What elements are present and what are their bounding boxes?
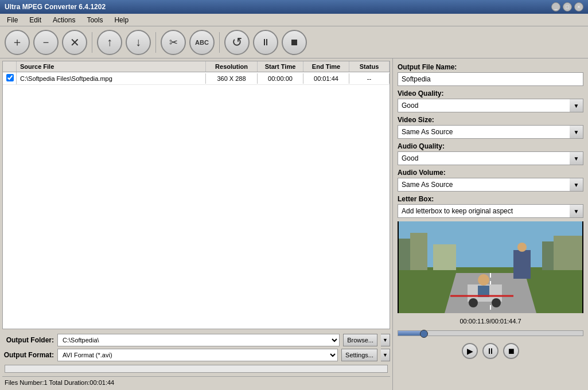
svg-point-15: [478, 274, 489, 286]
output-filename-label: Output File Name:: [398, 63, 583, 71]
row-source: C:\Softpedia Files\Softpedia.mpg: [17, 73, 206, 84]
play-button[interactable]: ▶: [462, 343, 478, 359]
move-up-button[interactable]: ↑: [97, 30, 122, 55]
row-checkbox[interactable]: [3, 72, 17, 84]
remove-button[interactable]: －: [33, 30, 59, 55]
output-format-select[interactable]: AVI Format (*.avi)MP4 Format (*.mp4)WMV …: [57, 349, 338, 361]
menu-tools[interactable]: Tools: [82, 15, 107, 25]
toolbar-divider-3: [219, 32, 220, 53]
row-end-time: 00:01:44: [303, 73, 349, 84]
video-size-wrap: Same As Source320x240640x480720x5761280x…: [398, 125, 583, 139]
maximize-button[interactable]: □: [563, 2, 572, 11]
toolbar: ＋ － ✕ ↑ ↓ ✂ ABC ↺ ⏸ ⏹: [0, 26, 588, 58]
letter-box-select[interactable]: Add letterbox to keep original aspectNon…: [398, 204, 583, 218]
file-list-header: Source File Resolution Start Time End Ti…: [3, 61, 390, 72]
video-quality-select[interactable]: GoodBetterBestNormal: [398, 99, 583, 112]
menu-edit[interactable]: Edit: [25, 15, 46, 25]
row-resolution: 360 X 288: [206, 73, 258, 84]
status-files: Files Number:1 Total Duration:00:01:44: [5, 379, 273, 386]
left-panel: Source File Resolution Start Time End Ti…: [0, 58, 393, 390]
table-row[interactable]: C:\Softpedia Files\Softpedia.mpg 360 X 2…: [3, 72, 390, 85]
progress-bar: [5, 365, 388, 373]
svg-rect-6: [410, 233, 427, 270]
video-quality-section: Video Quality: GoodBetterBestNormal ▼: [398, 89, 583, 112]
rename-button[interactable]: ABC: [189, 30, 215, 55]
svg-rect-10: [513, 250, 531, 279]
settings-button[interactable]: Settings...: [341, 349, 377, 361]
stop-button[interactable]: ⏹: [282, 30, 307, 55]
output-folder-row: Output Folder: C:\Softpedia\ Browse... ▼: [2, 334, 390, 346]
toolbar-divider-1: [92, 32, 92, 53]
preview-image: [398, 221, 583, 313]
header-source: Source File: [17, 61, 206, 72]
audio-quality-wrap: GoodBetterBestNormal ▼: [398, 151, 583, 165]
output-filename-section: Output File Name:: [398, 63, 583, 86]
title-bar: Ultra MPEG Converter 6.4.1202 _ □ ×: [0, 0, 588, 14]
file-list-area[interactable]: Source File Resolution Start Time End Ti…: [2, 61, 390, 329]
video-quality-label: Video Quality:: [398, 89, 583, 98]
audio-quality-section: Audio Quality: GoodBetterBestNormal ▼: [398, 142, 583, 165]
playback-controls: ▶ ⏸ ⏹: [398, 343, 583, 359]
video-size-section: Video Size: Same As Source320x240640x480…: [398, 116, 583, 139]
row-status: --: [349, 73, 390, 84]
preview-time: 00:00:11.9/00:01:44.7: [398, 318, 583, 325]
header-check: [3, 61, 17, 72]
header-start-time: Start Time: [258, 61, 303, 72]
pause-button[interactable]: ⏸: [253, 30, 278, 55]
window-controls: _ □ ×: [551, 2, 583, 11]
output-filename-input[interactable]: [398, 72, 583, 86]
output-folder-label: Output Folder:: [2, 336, 54, 344]
audio-volume-section: Audio Volume: Same As Source25%50%75%100…: [398, 169, 583, 192]
menu-bar: File Edit Actions Tools Help: [0, 14, 588, 26]
svg-point-11: [517, 243, 527, 252]
output-folder-select[interactable]: C:\Softpedia\: [57, 334, 340, 346]
right-panel: Output File Name: Video Quality: GoodBet…: [393, 58, 588, 390]
svg-rect-9: [554, 236, 582, 270]
toolbar-divider-2: [155, 32, 156, 53]
audio-volume-label: Audio Volume:: [398, 169, 583, 177]
add-button[interactable]: ＋: [5, 30, 30, 55]
move-down-button[interactable]: ↓: [126, 30, 151, 55]
convert-button[interactable]: ↺: [224, 30, 250, 55]
row-start-time: 00:00:00: [258, 73, 303, 84]
minimize-button[interactable]: _: [551, 2, 560, 11]
output-format-row: Output Format: AVI Format (*.avi)MP4 For…: [2, 349, 390, 361]
app-title: Ultra MPEG Converter 6.4.1202: [5, 3, 106, 11]
bottom-controls: Output Folder: C:\Softpedia\ Browse... ▼…: [0, 332, 392, 390]
cut-button[interactable]: ✂: [161, 30, 186, 55]
video-size-select[interactable]: Same As Source320x240640x480720x5761280x…: [398, 125, 583, 139]
browse-button[interactable]: Browse...: [343, 334, 377, 346]
pause-preview-button[interactable]: ⏸: [482, 343, 499, 359]
main-content: Source File Resolution Start Time End Ti…: [0, 58, 588, 390]
close-button[interactable]: ×: [574, 2, 583, 11]
stop-preview-button[interactable]: ⏹: [503, 343, 519, 359]
menu-file[interactable]: File: [2, 15, 22, 25]
letter-box-section: Letter Box: Add letterbox to keep origin…: [398, 195, 583, 218]
video-quality-wrap: GoodBetterBestNormal ▼: [398, 99, 583, 112]
seek-thumb[interactable]: [420, 330, 428, 338]
menu-help[interactable]: Help: [110, 15, 133, 25]
letter-box-label: Letter Box:: [398, 195, 583, 203]
letter-box-wrap: Add letterbox to keep original aspectNon…: [398, 204, 583, 218]
menu-actions[interactable]: Actions: [48, 15, 80, 25]
seek-bar[interactable]: [398, 330, 583, 336]
header-status: Status: [349, 61, 390, 72]
settings-split-button[interactable]: ▼: [381, 349, 390, 361]
clear-button[interactable]: ✕: [62, 30, 87, 55]
browse-split-button[interactable]: ▼: [381, 334, 390, 346]
svg-point-13: [469, 298, 478, 307]
header-end-time: End Time: [303, 61, 349, 72]
audio-volume-wrap: Same As Source25%50%75%100%150%200% ▼: [398, 178, 583, 192]
header-resolution: Resolution: [206, 61, 258, 72]
video-size-label: Video Size:: [398, 116, 583, 124]
audio-quality-label: Audio Quality:: [398, 142, 583, 150]
svg-rect-7: [433, 244, 456, 270]
audio-quality-select[interactable]: GoodBetterBestNormal: [398, 151, 583, 165]
status-bar: Files Number:1 Total Duration:00:01:44: [2, 376, 390, 388]
preview-area: [398, 221, 583, 313]
svg-point-14: [492, 298, 501, 307]
audio-volume-select[interactable]: Same As Source25%50%75%100%150%200%: [398, 178, 583, 192]
output-format-label: Output Format:: [2, 351, 54, 359]
